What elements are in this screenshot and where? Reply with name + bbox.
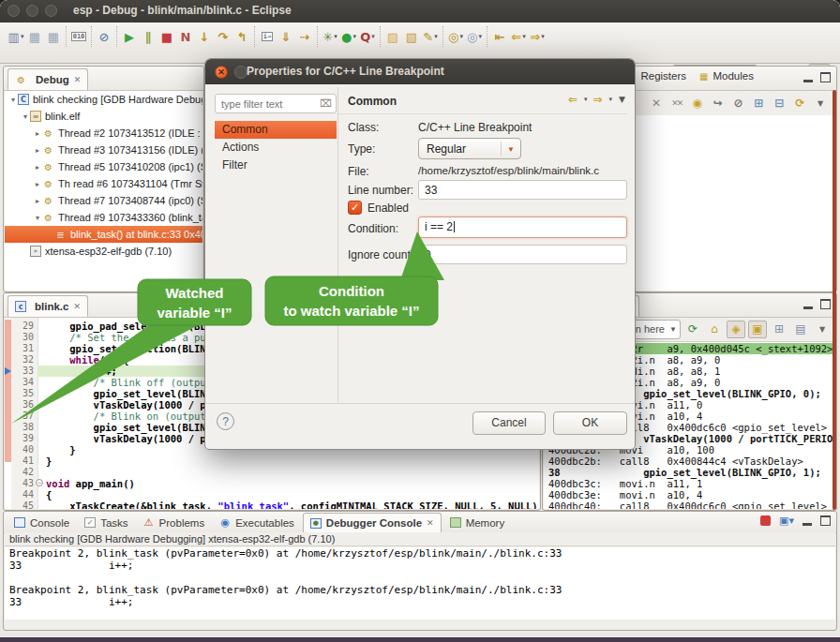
- skip-all-breakpoints-icon[interactable]: ⊘: [730, 94, 747, 112]
- instruction-stepping-icon[interactable]: i→: [258, 26, 277, 47]
- drop-to-frame-icon[interactable]: ⇓: [277, 26, 295, 47]
- tab-registers[interactable]: ▤Registers: [627, 70, 686, 82]
- terminate-icon[interactable]: [760, 515, 771, 526]
- show-breakpoints-for-selected-icon[interactable]: ◉: [689, 94, 706, 112]
- minimize-icon[interactable]: [802, 523, 812, 526]
- binary-console-icon[interactable]: 010: [69, 26, 88, 47]
- dialog-nav-filter[interactable]: Filter: [215, 157, 337, 174]
- fold-icon[interactable]: –: [36, 479, 43, 486]
- tab-console[interactable]: Console: [8, 513, 76, 532]
- enabled-checkbox[interactable]: ✓: [348, 201, 362, 215]
- tab-problems[interactable]: ⚠Problems: [137, 513, 212, 532]
- back-icon[interactable]: ⇐▾: [509, 26, 528, 47]
- tree-expander-icon[interactable]: ▸: [33, 163, 42, 172]
- debug-tree-item[interactable]: ▸⚙Thread #5 1073410208 (ipc1) (Suspended…: [5, 158, 202, 175]
- tree-expander-icon[interactable]: ▾: [33, 214, 42, 222]
- annotations-icon[interactable]: ◎▾: [465, 26, 484, 47]
- debug-tree-item[interactable]: ▸⚙Thread #2 1073413512 (IDLE : Running): [5, 125, 202, 142]
- step-into-icon[interactable]: ↓: [195, 26, 214, 47]
- refresh-icon[interactable]: ⟳: [683, 321, 702, 338]
- tab-debugger-console[interactable]: ●Debugger Console✕: [303, 513, 442, 532]
- tab-debug[interactable]: ⚙ Debug ✕: [8, 68, 88, 90]
- show-source-icon[interactable]: ▣: [748, 321, 767, 338]
- debug-tree-item[interactable]: ▸⚙Thread #3 1073413156 (IDLE) (Suspended…: [5, 142, 202, 158]
- run-icon[interactable]: ●▾: [339, 26, 358, 47]
- filter-input[interactable]: [215, 94, 337, 113]
- tab-memory[interactable]: Memory: [443, 513, 512, 532]
- remove-all-icon[interactable]: ✕✕: [668, 94, 685, 112]
- tree-expander-icon[interactable]: ▸: [33, 197, 42, 205]
- new-wizard-icon[interactable]: ▥▾: [7, 26, 25, 47]
- save-all-icon[interactable]: ▦: [44, 26, 63, 47]
- debug-tree-item[interactable]: ▾⚙Thread #9 1073433360 (blink_task : Sus…: [5, 209, 202, 226]
- console-output[interactable]: Breakpoint 2, blink_task (pvParameter=0x…: [5, 547, 835, 620]
- line-number-field[interactable]: [418, 180, 627, 200]
- collapse-all-icon[interactable]: ⊟: [771, 94, 788, 112]
- debug-tree-item[interactable]: ▾≡blink.elf: [5, 108, 202, 125]
- window-maximize-button[interactable]: [45, 5, 57, 17]
- minimize-icon[interactable]: [803, 306, 813, 309]
- external-tools-icon[interactable]: Q▾: [358, 26, 377, 47]
- mark-occurrences-icon[interactable]: ◎▾: [446, 26, 465, 47]
- maximize-icon[interactable]: [820, 299, 831, 309]
- maximize-icon[interactable]: [820, 515, 831, 526]
- suspend-icon[interactable]: ∥: [139, 26, 158, 47]
- debug-tree-item[interactable]: ▸⚙Thread #7 1073408744 (ipc0) (Suspended…: [5, 192, 202, 209]
- import-folder-icon[interactable]: ▧: [402, 26, 421, 47]
- terminate-icon[interactable]: ■: [158, 26, 176, 47]
- home-icon[interactable]: ⌂: [705, 321, 724, 338]
- view-menu-icon[interactable]: ▼: [812, 94, 829, 112]
- dialog-nav-common[interactable]: Common: [215, 121, 337, 139]
- link-with-debug-view-icon[interactable]: ⟳: [791, 94, 808, 112]
- window-close-button[interactable]: [8, 5, 20, 17]
- close-icon[interactable]: ✕: [73, 302, 81, 311]
- sync-active-context-icon[interactable]: ◈: [727, 321, 745, 338]
- expand-all-icon[interactable]: ⊞: [750, 94, 767, 112]
- open-folder-icon[interactable]: ▨: [383, 26, 402, 47]
- forward-icon[interactable]: ⇒: [593, 93, 603, 106]
- debug-tree-item[interactable]: ≡blink_task() at blink.c:33 0x400dbc17: [5, 226, 202, 243]
- dialog-minimize-button[interactable]: [234, 66, 248, 79]
- view-menu-icon[interactable]: ▼: [813, 321, 832, 338]
- tab-blink-c[interactable]: c blink.c ✕: [8, 295, 88, 317]
- step-over-icon[interactable]: ↷: [214, 26, 232, 47]
- tree-expander-icon[interactable]: ▸: [33, 129, 42, 138]
- debug-icon[interactable]: ✳▾: [321, 26, 339, 47]
- debug-tree-item[interactable]: ▾Cblink checking [GDB Hardware Debugging…: [5, 91, 202, 108]
- clear-filter-icon[interactable]: ⌧: [320, 97, 332, 110]
- step-filters-icon[interactable]: ⇢: [295, 26, 314, 47]
- tab-tasks[interactable]: ✓Tasks: [78, 513, 134, 532]
- last-edit-location-icon[interactable]: ⇤: [490, 26, 509, 47]
- remove-icon[interactable]: ✕: [648, 94, 665, 112]
- step-return-icon[interactable]: ↰: [232, 26, 251, 47]
- save-icon[interactable]: ▦: [25, 26, 44, 47]
- debug-tree-item[interactable]: ▸⚙Th read #6 1073431104 (Tmr Svc) (Suspe…: [5, 175, 202, 192]
- tree-expander-icon[interactable]: ▸: [33, 180, 42, 188]
- highlight-icon[interactable]: ✎▾: [421, 26, 440, 47]
- display-selected-console-icon[interactable]: ▣▾: [779, 515, 794, 527]
- tab-executables[interactable]: ◉Executables: [213, 513, 301, 532]
- maximize-icon[interactable]: [820, 72, 831, 82]
- forward-icon[interactable]: ⇒▾: [528, 26, 547, 47]
- debug-tree-item[interactable]: »xtensa-esp32-elf-gdb (7.10): [5, 243, 202, 260]
- tree-expander-icon[interactable]: ▾: [8, 96, 18, 104]
- ignore-count-field[interactable]: [418, 245, 627, 264]
- close-icon[interactable]: ✕: [427, 518, 434, 528]
- cancel-button[interactable]: Cancel: [472, 411, 546, 435]
- tree-expander-icon[interactable]: ▸: [33, 146, 42, 155]
- close-icon[interactable]: ✕: [74, 75, 82, 84]
- resume-icon[interactable]: ▶: [120, 26, 139, 47]
- instruction-pointer-icon[interactable]: [5, 367, 11, 375]
- back-icon[interactable]: ⇐: [568, 93, 578, 106]
- go-to-file-for-breakpoint-icon[interactable]: ↪: [710, 94, 727, 112]
- condition-field[interactable]: i == 2: [418, 216, 627, 238]
- window-minimize-button[interactable]: [26, 5, 38, 17]
- dialog-close-button[interactable]: ✕: [215, 66, 228, 79]
- view-menu-icon[interactable]: ▼: [619, 95, 625, 104]
- forward-menu-icon[interactable]: ▾: [609, 96, 613, 103]
- type-dropdown[interactable]: Regular ▼: [418, 138, 521, 159]
- skip-all-breakpoints-icon[interactable]: ⊘: [95, 26, 113, 47]
- minimize-icon[interactable]: [803, 80, 813, 82]
- help-button[interactable]: ?: [217, 412, 234, 430]
- disconnect-icon[interactable]: N: [176, 26, 195, 47]
